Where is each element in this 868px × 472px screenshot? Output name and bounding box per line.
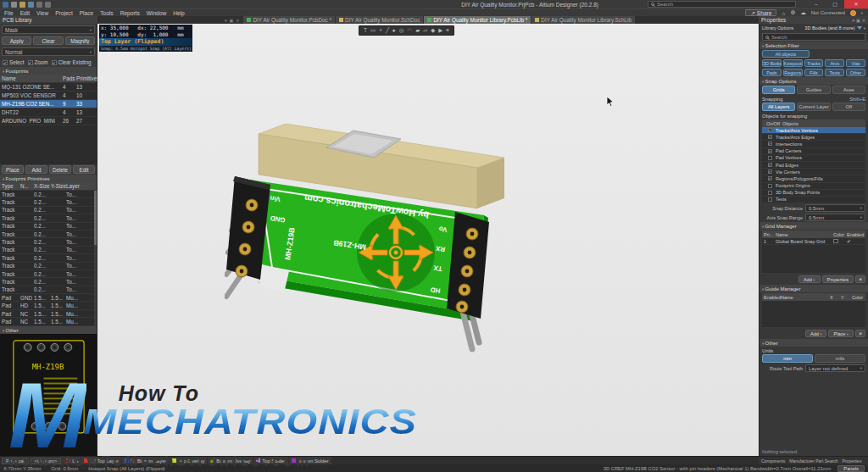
snap-object-row[interactable]: ✔ Pad Centers [762,148,865,155]
selection-filter-button[interactable]: Keepouts [783,59,803,67]
selection-filter-button[interactable]: Other [846,69,865,76]
redo-icon[interactable] [45,2,51,8]
route-tool-path-dropdown[interactable]: Layer not defined [805,364,865,372]
primitive-row[interactable]: Track 0.2... To... [0,278,97,286]
snap-object-row[interactable]: Footprint Origins [762,183,865,190]
primitive-row[interactable]: Track 0.2... To... [0,263,97,270]
guide-add-button[interactable]: Add [805,330,826,337]
selection-filter-button[interactable]: Arcs [825,59,844,67]
layer-tab[interactable]: Bottom Overlay [208,457,253,464]
library-action-button[interactable]: Clear [33,36,63,45]
layer-tab[interactable]: LS [64,457,81,464]
footprint-action-button[interactable]: Place [2,165,24,174]
panels-button[interactable]: Panels [837,465,865,472]
save-icon[interactable] [28,2,34,8]
snap-object-row[interactable]: ✔ Intersections [762,141,865,147]
connection-status[interactable]: Not Connected [811,10,845,15]
selection-filter-button[interactable]: 3D Bodies [762,59,782,67]
gear-icon[interactable]: ⚙ [790,9,795,16]
track-icon[interactable]: ╱ [386,26,389,35]
footprints-section-header[interactable]: Footprints [0,67,97,75]
menu-item[interactable]: Help [173,10,185,16]
layer-tab[interactable]: [1] Top Layer [81,457,120,464]
menu-item[interactable]: Place [80,10,94,16]
selection-filter-button[interactable]: Regions [783,69,803,76]
open-icon[interactable] [19,2,25,8]
menu-item[interactable]: View [36,10,48,16]
ARDUINO_PRO_MINI[interactable]: ARDUINO_PRO_MINI 26 27 [0,117,97,125]
dock-panel-tab[interactable]: Properties [843,458,862,464]
scope-dropdown[interactable]: 3D Bodies (and 8 more) [804,25,854,31]
avatar[interactable] [850,10,856,16]
primitive-row[interactable]: Track 0.2... To... [0,286,97,294]
snap-layer-button[interactable]: All Layers [762,103,795,111]
layer-tab[interactable]: Top Overlay [170,457,207,464]
grid-color-swatch[interactable] [833,239,838,243]
scrollbar[interactable] [94,191,97,326]
selection-filter-header[interactable]: Selection Filter [760,42,868,49]
menu-item[interactable]: Reports [120,10,140,16]
NC[interactable]: Pad NC 1.5... 1.5... Mu... [0,318,97,325]
share-button[interactable]: ↗ Share [745,9,776,16]
selection-filter-button[interactable]: Fills [804,69,824,76]
menu-item[interactable]: Tools [100,10,113,16]
layer-tab[interactable]: Bottom Solder [289,457,331,464]
library-action-button[interactable]: Apply [2,36,31,45]
snap-layer-button[interactable]: Current Layer [797,103,830,111]
play-icon[interactable]: ▶ [438,26,442,35]
snap-object-row[interactable]: ✔ Pad Edges [762,162,865,169]
snap-object-row[interactable]: Pad Vertices [762,155,865,162]
grid-properties-button[interactable]: Properties [822,275,854,283]
menu-item[interactable]: Edit [20,10,30,16]
view-config-dropdown[interactable]: Physical [2,458,29,464]
units-toggle-button[interactable]: mils [815,354,865,363]
MP503 VOC SENSOR[interactable]: MP503 VOC SENSOR 4 10 [0,92,97,100]
dock-panel-tab[interactable]: Components [761,458,785,464]
layer-tab[interactable]: [2] Bottom Layer [122,457,170,464]
dock-panel-tab[interactable]: Manufacturer Part Search [789,458,837,464]
snap-object-row[interactable]: ✔ Tracks/Arcs Edges [762,134,865,141]
home-icon[interactable]: ⌂ [782,10,785,16]
menu-item[interactable]: Window [147,10,166,16]
pin-icon[interactable]: ▣ [230,18,234,23]
arc-icon[interactable]: ◠ [407,26,412,35]
fill-icon[interactable]: ▰ [415,26,420,35]
all-objects-button[interactable]: All objects [762,50,810,58]
menu-item[interactable]: Project [55,10,73,16]
grid-manager-header[interactable]: Grid Manager [760,222,868,230]
document-tab[interactable]: DIY Air Quality Monitor.SchDoc [336,16,423,24]
GND[interactable]: Pad GND 1.5... 1.5... Mu... [0,294,97,302]
snap-object-row[interactable]: 3D Body Snap Points [762,190,865,197]
MH-Z19B CO2 SEN...[interactable]: MH-Z19B CO2 SEN... 9 33 [0,100,97,108]
footprint-action-button[interactable]: Edit [73,165,95,174]
document-tab[interactable]: DIY Air Quality Monitor Library.PcbLib * [424,16,531,24]
selection-filter-button[interactable]: Vias [846,59,865,67]
primitive-row[interactable]: Track 0.2... To... [0,191,97,198]
primitive-row[interactable]: Track 0.2... To... [0,207,97,214]
close-button[interactable]: ✕ [844,0,868,8]
via-icon[interactable]: ◎ [399,26,404,35]
snap-options-header[interactable]: Snap Options [760,77,868,85]
snap-distance-dropdown[interactable]: 0.5mm [805,204,865,212]
footprint-action-button[interactable]: Add [25,165,47,174]
guide-place-button[interactable]: Place [828,330,854,337]
primitive-row[interactable]: Track 0.2... To... [0,270,97,278]
library-checkbox[interactable]: ✔ Select [3,59,25,65]
other-section-header[interactable]: Other [760,339,868,347]
other-section-header[interactable]: Other [0,326,97,334]
footprint-preview[interactable]: MH-Z19B [0,334,97,456]
move-gizmo[interactable] [357,214,435,292]
close-icon[interactable]: ✕ [862,18,865,23]
grid-delete-button[interactable]: ✕ [855,275,865,283]
selection-filter-button[interactable]: Texts [825,69,844,76]
pcb-3d-board[interactable]: by HowToMechatronics.com MH-Z19B MH-Z19B… [225,124,513,353]
close-icon[interactable]: ✕ [236,18,239,23]
HD[interactable]: Pad HD 1.5... 1.5... Mu... [0,302,97,309]
view-config-dropdown[interactable]: <Custom> [31,458,62,464]
MQ-131 OZONE SE...[interactable]: MQ-131 OZONE SE... 4 13 [0,83,97,92]
primitive-row[interactable]: Track 0.2... To... [0,247,97,254]
guide-delete-button[interactable]: ✕ [855,330,865,337]
chevron-down-icon[interactable]: ▾ [861,11,863,15]
document-tab[interactable]: DIY Air Quality Monitor Library.SchLib [531,16,635,24]
snap-object-row[interactable]: ✔ Tracks/Arcs Vertices [762,127,865,134]
